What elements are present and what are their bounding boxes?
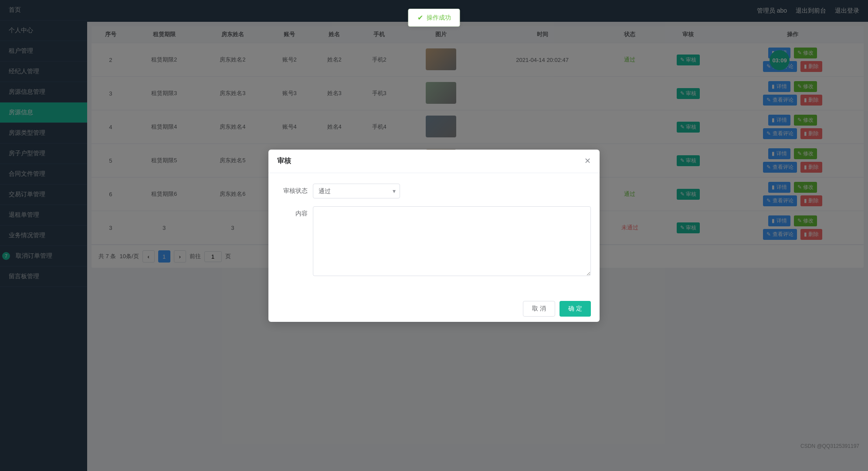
modal-close-button[interactable]: ✕ (584, 157, 591, 165)
content-textarea[interactable] (313, 206, 591, 276)
status-select-wrap: 通过 不通过 (313, 184, 400, 198)
content-form-row: 内容 (277, 206, 591, 277)
modal-overlay: 审核 ✕ 审核状态 通过 不通过 内容 (0, 0, 868, 471)
review-modal: 审核 ✕ 审核状态 通过 不通过 内容 (268, 150, 600, 322)
status-select[interactable]: 通过 不通过 (313, 184, 400, 198)
confirm-button[interactable]: 确 定 (559, 301, 591, 317)
modal-title: 审核 (277, 157, 291, 166)
modal-footer: 取 消 确 定 (268, 296, 600, 322)
content-label: 内容 (277, 206, 308, 218)
content-control (313, 206, 591, 277)
status-control: 通过 不通过 (313, 184, 591, 198)
modal-header: 审核 ✕ (268, 150, 600, 173)
toast-notification: ✔ 操作成功 (408, 9, 460, 27)
modal-body: 审核状态 通过 不通过 内容 (268, 173, 600, 296)
cancel-button[interactable]: 取 消 (523, 301, 555, 317)
toast-message: 操作成功 (427, 14, 451, 22)
status-form-row: 审核状态 通过 不通过 (277, 184, 591, 198)
status-label: 审核状态 (277, 184, 308, 195)
toast-success-icon: ✔ (417, 14, 423, 22)
